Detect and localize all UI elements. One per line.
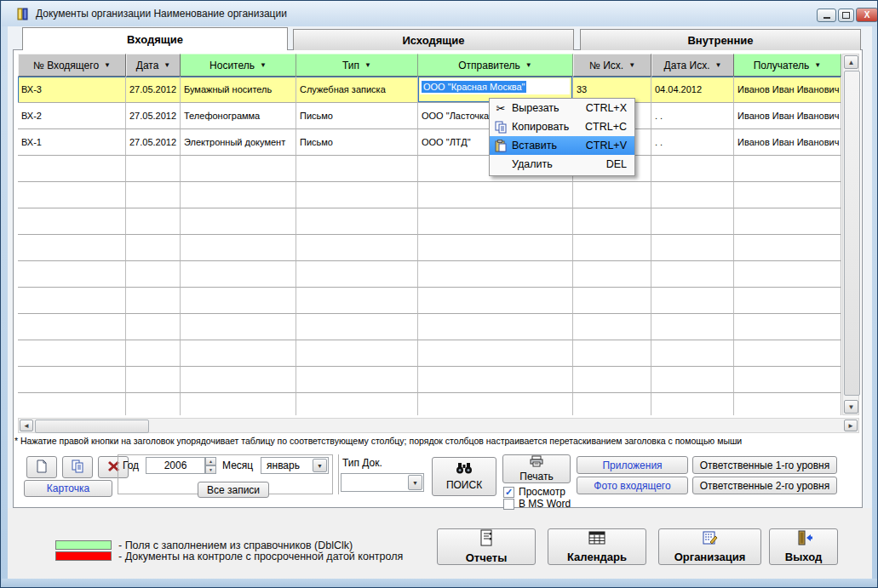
scroll-left-button[interactable]: ◄ [20, 420, 33, 431]
table-cell[interactable]: 27.05.2012 [126, 103, 181, 129]
menu-item-удалить[interactable]: УдалитьDEL [490, 155, 634, 174]
column-header-7[interactable]: Дата Исх.▼ [651, 54, 734, 77]
table-cell[interactable]: 27.05.2012 [126, 129, 181, 156]
организация-button[interactable]: Организация [658, 528, 761, 565]
table-cell [418, 367, 573, 393]
new-document-icon [36, 460, 48, 476]
column-header-1[interactable]: № Входящего▼ [18, 54, 126, 77]
msword-checkbox-row[interactable]: В MS Word [503, 498, 571, 510]
table-cell [418, 208, 573, 235]
table-cell[interactable]: Иванов Иван Иванович [734, 129, 841, 156]
table-cell[interactable]: ВХ-1 [18, 129, 126, 156]
table-cell[interactable]: ВХ-2 [18, 103, 126, 129]
spinner-down-icon[interactable]: ▼ [205, 465, 216, 474]
table-row[interactable]: ВХ-327.05.2012Бумажный носительСлужебная… [18, 77, 841, 103]
menu-item-вырезать[interactable]: ✂ВырезатьCTRL+X [490, 99, 634, 117]
table-cell[interactable]: Телефонограмма [181, 103, 296, 129]
vertical-scroll-thumb[interactable] [844, 71, 860, 396]
new-document-button[interactable] [26, 456, 57, 478]
scroll-down-button[interactable]: ▼ [844, 400, 858, 414]
attachments-button[interactable]: Приложения [577, 456, 688, 474]
tab-1[interactable]: Входящие [22, 27, 288, 50]
table-cell[interactable]: 04.04.2012 [651, 77, 734, 103]
card-button[interactable]: Карточка [24, 480, 112, 497]
table-cell[interactable]: Иванов Иван Иванович [734, 77, 841, 103]
scroll-right-button[interactable]: ► [844, 420, 858, 431]
application-window: Документы организации Наименование орган… [0, 0, 878, 588]
table-cell [418, 340, 573, 367]
table-cell[interactable]: Письмо [296, 129, 418, 156]
menu-item-копировать[interactable]: КопироватьCTRL+C [490, 117, 634, 136]
выход-button[interactable]: Выход [769, 528, 838, 565]
column-header-label: Отправитель [458, 60, 520, 71]
doc-type-combobox[interactable]: ▼ [341, 473, 424, 492]
selected-text: ООО "Красная Москва" [422, 81, 526, 93]
copy-document-button[interactable] [62, 456, 93, 478]
table-cell [181, 288, 296, 314]
table-cell [126, 156, 181, 182]
menu-item-вставить[interactable]: ВставитьCTRL+V [490, 136, 634, 155]
responsible-level2-button[interactable]: Ответственные 2-го уровня [692, 477, 837, 494]
menu-item-shortcut: CTRL+C [585, 121, 627, 133]
incoming-photo-button[interactable]: Фото входящего [577, 477, 688, 494]
column-header-5[interactable]: Отправитель▼ [418, 54, 573, 77]
table-cell[interactable]: Иванов Иван Иванович [734, 103, 841, 129]
table-cell[interactable]: 27.05.2012 [126, 77, 181, 103]
cell-text: 33 [577, 84, 587, 94]
chevron-down-icon[interactable]: ▼ [408, 475, 422, 490]
календарь-button[interactable]: Календарь [548, 528, 646, 565]
spinner-up-icon[interactable]: ▲ [205, 457, 216, 465]
table-cell [296, 261, 418, 288]
table-cell[interactable]: Служебная записка [296, 77, 418, 103]
table-cell[interactable]: Электронный документ [181, 129, 296, 156]
month-combobox[interactable]: январь ▼ [261, 457, 329, 474]
horizontal-scroll-thumb[interactable] [35, 420, 149, 433]
scroll-up-button[interactable]: ▲ [844, 55, 858, 69]
preview-checkbox-row[interactable]: ✓ Просмотр [503, 486, 565, 498]
column-header-6[interactable]: № Исх.▼ [573, 54, 651, 77]
close-button[interactable]: X [856, 8, 878, 22]
table-cell[interactable]: ВХ-3 [18, 77, 126, 103]
cell-text: ООО "Ласточка" [422, 111, 492, 121]
table-cell [126, 314, 181, 340]
table-cell[interactable]: . . [651, 129, 734, 156]
cell-text: 04.04.2012 [655, 84, 702, 94]
table-cell [126, 393, 181, 415]
tab-label: Исходящие [402, 34, 464, 47]
preview-checkbox[interactable]: ✓ [503, 487, 514, 498]
table-cell [573, 393, 651, 415]
column-header-2[interactable]: Дата▼ [126, 54, 181, 77]
chevron-down-icon[interactable]: ▼ [313, 459, 327, 472]
table-cell[interactable]: Письмо [296, 103, 418, 129]
sender-edit-field[interactable]: ООО "Красная Москва" [420, 78, 570, 94]
tab-3[interactable]: Внутренние [580, 29, 861, 50]
all-records-button[interactable]: Все записи [198, 482, 269, 498]
table-cell [651, 288, 734, 314]
msword-checkbox[interactable] [503, 499, 514, 510]
print-button[interactable]: Печать [502, 454, 571, 483]
table-row[interactable]: ВХ-227.05.2012ТелефонограммаПисьмоООО "Л… [18, 103, 841, 129]
search-button[interactable]: ПОИСК [432, 457, 496, 496]
year-input[interactable]: 2006 [146, 457, 205, 474]
year-label: Год [123, 460, 139, 471]
horizontal-scrollbar[interactable]: ◄ ► [18, 418, 859, 433]
legend-color-swatch [55, 551, 112, 561]
table-cell [181, 182, 296, 208]
restore-button[interactable] [838, 9, 854, 22]
cell-text: Служебная записка [300, 84, 386, 94]
отчеты-button[interactable]: Отчеты [437, 528, 536, 565]
responsible-level1-button[interactable]: Ответственные 1-го уровня [692, 456, 837, 474]
year-spinner[interactable]: ▲▼ [205, 457, 216, 474]
table-cell[interactable]: Бумажный носитель [181, 77, 296, 103]
table-cell [296, 182, 418, 208]
vertical-scrollbar[interactable]: ▲ ▼ [842, 54, 859, 415]
minimize-button[interactable] [817, 9, 836, 22]
tab-2[interactable]: Исходящие [293, 29, 574, 50]
column-header-3[interactable]: Носитель▼ [181, 54, 296, 77]
column-header-4[interactable]: Тип▼ [296, 54, 418, 77]
column-header-8[interactable]: Получатель▼ [734, 54, 841, 77]
table-cell [296, 208, 418, 235]
table-cell[interactable]: . . [651, 103, 734, 129]
table-row[interactable]: ВХ-127.05.2012Электронный документПисьмо… [18, 129, 841, 156]
organization-icon [702, 530, 719, 548]
